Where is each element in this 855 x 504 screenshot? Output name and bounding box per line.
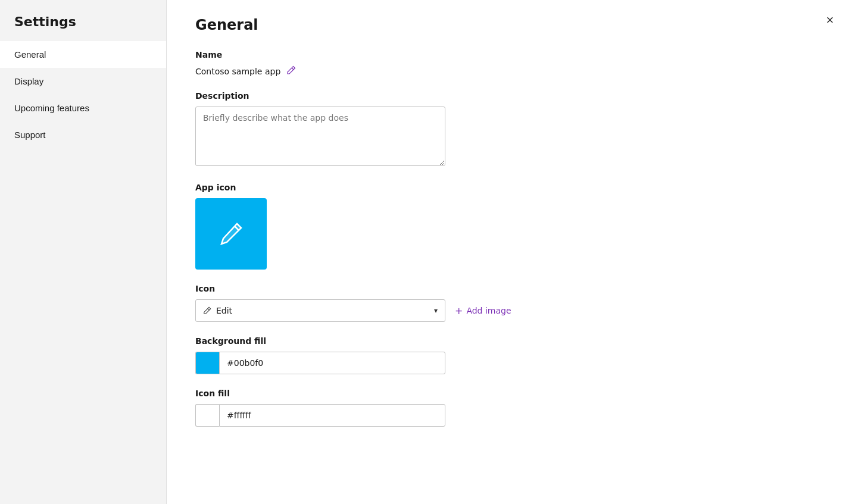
sidebar: Settings General Display Upcoming featur… (0, 0, 167, 504)
add-image-button[interactable]: + Add image (455, 303, 511, 319)
app-icon-label: App icon (195, 183, 674, 192)
background-color-swatch[interactable] (195, 352, 219, 374)
chevron-down-icon: ▾ (434, 306, 438, 315)
icon-row: Edit ▾ + Add image (195, 299, 674, 322)
pencil-icon (216, 219, 246, 249)
app-name-text: Contoso sample app (195, 67, 280, 76)
add-image-icon: + (455, 305, 463, 317)
name-row: Contoso sample app (195, 65, 674, 77)
close-button[interactable]: × (819, 10, 841, 31)
main-content: × General Name Contoso sample app Descri… (167, 0, 855, 504)
svg-line-2 (208, 309, 210, 311)
name-edit-icon[interactable] (286, 65, 296, 77)
sidebar-item-display[interactable]: Display (0, 68, 166, 95)
icon-color-swatch[interactable] (195, 404, 219, 427)
edit-icon-small (203, 306, 211, 315)
content-area: General Name Contoso sample app Descript… (167, 0, 703, 450)
name-label: Name (195, 50, 674, 60)
sidebar-title: Settings (0, 0, 166, 41)
icon-label: Icon (195, 284, 674, 293)
background-fill-label: Background fill (195, 336, 674, 346)
add-image-label: Add image (466, 306, 511, 315)
description-textarea[interactable] (195, 107, 445, 166)
app-icon-preview (195, 198, 267, 270)
icon-dropdown-label: Edit (203, 306, 434, 315)
sidebar-item-support[interactable]: Support (0, 121, 166, 148)
page-title: General (195, 17, 674, 33)
background-fill-row (195, 352, 674, 374)
icon-fill-section: Icon fill (195, 389, 674, 427)
icon-fill-input[interactable] (219, 404, 445, 427)
description-label: Description (195, 91, 674, 101)
svg-line-0 (292, 68, 294, 70)
background-fill-section: Background fill (195, 336, 674, 374)
sidebar-nav: General Display Upcoming features Suppor… (0, 41, 166, 148)
icon-fill-label: Icon fill (195, 389, 674, 398)
background-fill-input[interactable] (219, 352, 445, 374)
icon-dropdown[interactable]: Edit ▾ (195, 299, 445, 322)
sidebar-item-general[interactable]: General (0, 41, 166, 68)
sidebar-item-upcoming-features[interactable]: Upcoming features (0, 95, 166, 121)
icon-fill-row (195, 404, 674, 427)
